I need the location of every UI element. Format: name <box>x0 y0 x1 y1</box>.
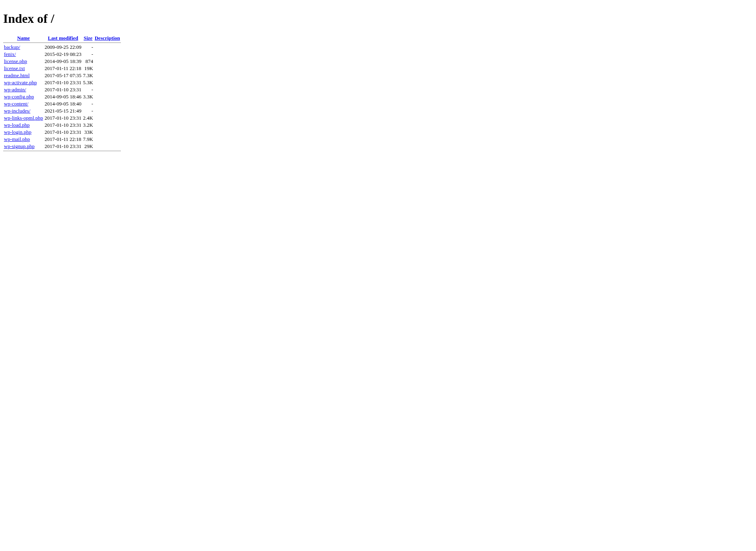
file-link[interactable]: wp-content/ <box>4 101 28 107</box>
cell-description <box>94 72 120 79</box>
file-link[interactable]: wp-includes/ <box>4 108 30 114</box>
table-row: wp-mail.php2017-01-11 22:187.9K <box>3 136 121 143</box>
cell-size: 7.9K <box>82 136 94 143</box>
sort-modified-link[interactable]: Last modified <box>48 35 78 41</box>
cell-name: wp-activate.php <box>3 79 44 86</box>
cell-description <box>94 136 120 143</box>
table-row: wp-activate.php2017-01-10 23:315.3K <box>3 79 121 86</box>
cell-description <box>94 79 120 86</box>
cell-modified: 2021-05-15 21:49 <box>44 107 82 115</box>
cell-description <box>94 129 120 136</box>
cell-name: wp-signup.php <box>3 143 44 150</box>
table-row: wp-signup.php2017-01-10 23:3129K <box>3 143 121 150</box>
cell-modified: 2014-09-05 18:40 <box>44 100 82 107</box>
cell-name: wp-links-opml.php <box>3 115 44 122</box>
cell-size: - <box>82 51 94 58</box>
cell-name: wp-content/ <box>3 100 44 107</box>
table-row: wp-config.php2014-09-05 18:463.3K <box>3 93 121 100</box>
file-link[interactable]: license.txt <box>4 65 25 71</box>
file-link[interactable]: backup/ <box>4 44 20 50</box>
cell-description <box>94 58 120 65</box>
table-row: wp-links-opml.php2017-01-10 23:312.4K <box>3 115 121 122</box>
separator-row <box>3 150 121 152</box>
cell-name: wp-config.php <box>3 93 44 100</box>
cell-size: 29K <box>82 143 94 150</box>
cell-name: wp-admin/ <box>3 86 44 93</box>
cell-modified: 2014-09-05 18:46 <box>44 93 82 100</box>
sort-size-link[interactable]: Size <box>83 35 92 41</box>
cell-size: 7.3K <box>82 72 94 79</box>
table-row: backup/2009-09-25 22:09- <box>3 44 121 51</box>
cell-size: 3.2K <box>82 122 94 129</box>
file-link[interactable]: wp-activate.php <box>4 80 37 85</box>
table-row: wp-admin/2017-01-10 23:31- <box>3 86 121 93</box>
cell-modified: 2017-01-10 23:31 <box>44 122 82 129</box>
table-row: license.txt2017-01-11 22:1819K <box>3 65 121 72</box>
header-row: Name Last modified Size Description <box>3 35 121 42</box>
cell-modified: 2015-02-19 08:23 <box>44 51 82 58</box>
cell-modified: 2014-09-05 18:39 <box>44 58 82 65</box>
cell-name: wp-includes/ <box>3 107 44 115</box>
cell-size: 5.3K <box>82 79 94 86</box>
file-link[interactable]: wp-mail.php <box>4 136 30 142</box>
sort-name-link[interactable]: Name <box>17 35 30 41</box>
cell-description <box>94 86 120 93</box>
cell-description <box>94 115 120 122</box>
cell-description <box>94 65 120 72</box>
file-link[interactable]: wp-config.php <box>4 94 34 100</box>
file-link[interactable]: wp-admin/ <box>4 87 26 92</box>
file-link[interactable]: license.php <box>4 58 27 64</box>
cell-description <box>94 100 120 107</box>
cell-description <box>94 44 120 51</box>
table-row: wp-content/2014-09-05 18:40- <box>3 100 121 107</box>
divider <box>3 43 121 43</box>
sort-description-link[interactable]: Description <box>94 35 120 41</box>
cell-description <box>94 107 120 115</box>
cell-name: readme.html <box>3 72 44 79</box>
file-link[interactable]: wp-login.php <box>4 129 32 135</box>
cell-name: backup/ <box>3 44 44 51</box>
file-link[interactable]: fenix/ <box>4 51 16 57</box>
file-link[interactable]: wp-links-opml.php <box>4 115 43 121</box>
divider <box>3 151 121 151</box>
cell-size: 33K <box>82 129 94 136</box>
cell-name: wp-mail.php <box>3 136 44 143</box>
cell-description <box>94 93 120 100</box>
cell-name: license.php <box>3 58 44 65</box>
cell-description <box>94 122 120 129</box>
table-row: license.php2014-09-05 18:39874 <box>3 58 121 65</box>
cell-size: - <box>82 100 94 107</box>
file-link[interactable]: wp-signup.php <box>4 143 35 149</box>
cell-size: - <box>82 86 94 93</box>
cell-modified: 2009-09-25 22:09 <box>44 44 82 51</box>
cell-modified: 2017-01-10 23:31 <box>44 129 82 136</box>
table-row: wp-login.php2017-01-10 23:3133K <box>3 129 121 136</box>
cell-name: license.txt <box>3 65 44 72</box>
cell-modified: 2017-01-11 22:18 <box>44 136 82 143</box>
cell-modified: 2017-01-10 23:31 <box>44 79 82 86</box>
table-row: wp-includes/2021-05-15 21:49- <box>3 107 121 115</box>
cell-name: wp-login.php <box>3 129 44 136</box>
cell-size: - <box>82 44 94 51</box>
cell-size: 2.4K <box>82 115 94 122</box>
cell-size: - <box>82 107 94 115</box>
page-title: Index of / <box>3 11 753 26</box>
directory-listing-table: Name Last modified Size Description back… <box>3 35 121 152</box>
table-row: wp-load.php2017-01-10 23:313.2K <box>3 122 121 129</box>
cell-modified: 2017-01-11 22:18 <box>44 65 82 72</box>
cell-modified: 2017-01-10 23:31 <box>44 143 82 150</box>
cell-description <box>94 51 120 58</box>
file-link[interactable]: wp-load.php <box>4 122 30 128</box>
cell-modified: 2017-01-10 23:31 <box>44 115 82 122</box>
file-link[interactable]: readme.html <box>4 72 30 78</box>
cell-name: fenix/ <box>3 51 44 58</box>
cell-modified: 2017-01-10 23:31 <box>44 86 82 93</box>
cell-size: 874 <box>82 58 94 65</box>
cell-description <box>94 143 120 150</box>
cell-modified: 2017-05-17 07:35 <box>44 72 82 79</box>
cell-name: wp-load.php <box>3 122 44 129</box>
cell-size: 3.3K <box>82 93 94 100</box>
table-row: readme.html2017-05-17 07:357.3K <box>3 72 121 79</box>
cell-size: 19K <box>82 65 94 72</box>
table-row: fenix/2015-02-19 08:23- <box>3 51 121 58</box>
